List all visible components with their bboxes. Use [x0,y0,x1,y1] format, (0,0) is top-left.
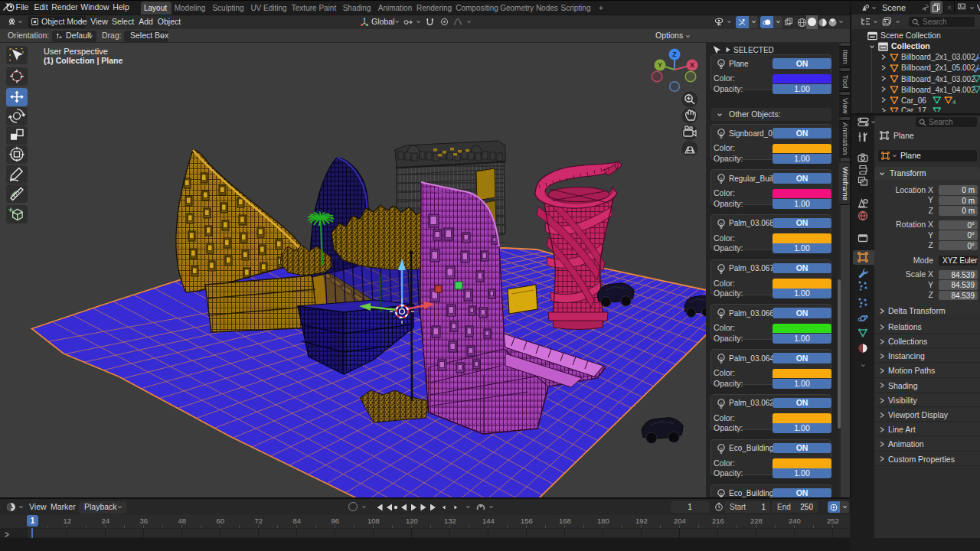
svg-text:X: X [690,61,694,69]
svg-text:Z: Z [672,51,677,58]
svg-text:Y: Y [658,61,662,69]
